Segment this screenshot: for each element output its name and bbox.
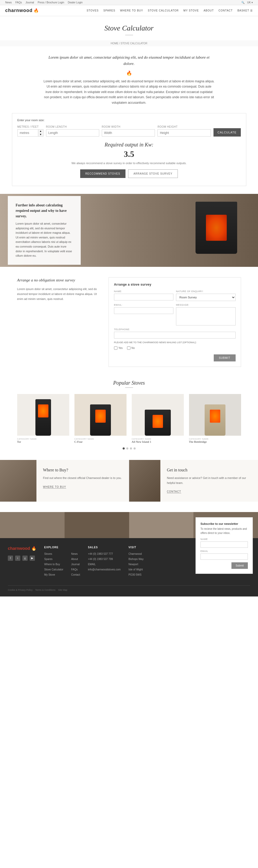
footer-link-where[interactable]: Where to Buy [44,562,63,567]
stove-card-cfour[interactable]: CATEGORY NAME C-Four [74,394,127,443]
height-input[interactable] [158,129,211,136]
yes-option[interactable]: Yes [114,346,123,350]
nav-about[interactable]: ABOUT [203,9,214,12]
footer-link-calculator[interactable]: Stove Calculator [44,567,63,572]
terms-link[interactable]: Terms & Conditions [35,589,56,591]
stove-name-cfour: C-Four [74,440,127,443]
stepper-down[interactable]: ▼ [38,133,43,136]
top-bar: News FAQs Journal Press / Brochure Login… [0,0,258,5]
hero-stove-image [195,202,237,254]
newsletter-submit-button[interactable]: Submit [231,562,248,569]
hero-body: Lorem ipsum dolor sit amet, consectetur … [15,221,73,258]
stove-image-bembridge [189,394,241,436]
dot-3[interactable] [130,447,132,450]
footer-images-section: Subscribe to our newsletter To recieve t… [0,512,258,538]
yes-checkbox[interactable] [114,346,118,350]
stepper-buttons: ▲ ▼ [38,129,43,136]
dot-1[interactable] [123,447,125,450]
footer-link-faqs[interactable]: FAQs [71,567,80,572]
get-in-touch-image [129,460,160,502]
nature-select[interactable]: Room Survey General Technical [176,294,235,301]
stepper-up[interactable]: ▲ [38,129,43,133]
where-to-buy-link[interactable]: WHERE TO BUY [43,486,66,489]
arrange-section: Arrange a no obligation stove survey Lor… [12,277,246,367]
arrange-title: Arrange a no obligation stove survey [17,277,98,283]
nav-my-stove[interactable]: MY STOVE [184,9,199,12]
footer-link-journal[interactable]: Journal [71,562,80,567]
stove-image-island [132,394,184,436]
calculate-button[interactable]: CALCULATE [214,128,241,136]
email-input[interactable] [114,307,173,314]
footer-link-stoves[interactable]: Stoves [44,551,63,557]
sitemap-link[interactable]: Site Map [58,589,67,591]
stove-shape [35,399,51,436]
footer-explore-col: EXPLORE Stoves Spares Where to Buy Stove… [44,546,63,578]
footer-link-spares[interactable]: Spares [44,557,63,562]
nav-stove-calculator[interactable]: STOVE CALCULATOR [148,9,179,12]
topbar-news[interactable]: News [5,1,12,4]
footer-email[interactable]: info@charnwoodstoves.com [88,567,121,572]
stove-fire [210,410,220,423]
dot-2[interactable] [126,447,128,450]
arrange-form: Arrange a stove survey NAME: NATURE OF E… [108,277,241,367]
footer-phone2: +44 (0) 1983 537 799 [88,557,121,562]
stove-shape [145,410,171,436]
footer-link-about[interactable]: About [71,557,80,562]
recommend-stoves-button[interactable]: RECCOMMEND STOVES [80,169,126,178]
hero-fire [206,215,227,241]
footer-link-mystove[interactable]: My Stove [44,572,63,578]
footer-link-news[interactable]: News [71,551,80,557]
width-input[interactable] [102,129,155,136]
metres-stepper[interactable]: ▲ ▼ [18,129,43,136]
address-city: Newport [128,562,143,567]
form-title: Arrange a stove survey [114,283,236,286]
google-icon[interactable]: g [22,556,28,561]
arrange-survey-button[interactable]: ARRANGE STOVE SURVEY [128,169,178,178]
footer-link-contact[interactable]: Contact [71,572,80,578]
topbar-faqs[interactable]: FAQs [15,1,22,4]
locale-selector[interactable]: UK ▾ [247,1,253,4]
no-option[interactable]: No [127,346,135,350]
where-to-buy-image [0,460,36,502]
metres-field: METRES / FEET ▲ ▼ [18,125,43,136]
stove-fire [153,415,163,428]
instagram-icon[interactable]: i [15,556,20,561]
nav-contact[interactable]: CONTACT [219,9,233,12]
submit-button[interactable]: SUBMIT [214,354,236,362]
nav-spares[interactable]: SPARES [103,9,115,12]
stove-card-island[interactable]: CATEGORY NAME All New Island 1 [132,394,184,443]
address-county: Isle of Wight [128,567,143,572]
nav-basket[interactable]: BASKET ☰ [237,9,253,12]
message-field: MESSAGE: [176,304,235,326]
length-input[interactable] [46,129,99,136]
topbar-dealer[interactable]: Dealer Login [68,1,83,4]
main-nav: charnwood 🔥 STOVES SPARES WHERE TO BUY S… [0,5,258,16]
metres-input[interactable] [18,129,38,136]
footer-bottom-links: Cookie & Privacy Policy Terms & Conditio… [8,589,67,591]
stove-card-tor[interactable]: CATEGORY NAME Tor [17,394,69,443]
contact-link[interactable]: CONTACT [167,490,181,493]
facebook-icon[interactable]: f [8,556,13,561]
footer-logo-flame: 🔥 [30,546,36,551]
footer-img-2 [65,512,129,538]
youtube-icon[interactable]: ▶ [30,556,35,561]
nav-stoves[interactable]: STOVES [87,9,99,12]
message-textarea[interactable] [176,307,235,326]
calculator-section: Enter your room size: METRES / FEET ▲ ▼ … [12,113,246,186]
nav-where-to-buy[interactable]: WHERE TO BUY [120,9,143,12]
no-checkbox[interactable] [127,346,130,350]
footer-img-1 [0,512,65,538]
get-in-touch-body: Need assistance or advice? Get in touch … [167,475,252,485]
topbar-journal[interactable]: Journal [26,1,34,4]
stove-card-bembridge[interactable]: CATEGORY NAME The Bembridge [189,394,241,443]
topbar-press[interactable]: Press / Brochure Login [38,1,64,4]
search-icon[interactable]: 🔍 [241,1,245,4]
telephone-input[interactable] [114,332,236,339]
cookie-policy-link[interactable]: Cookie & Privacy Policy [8,589,33,591]
newsletter-email-input[interactable] [200,554,248,560]
name-input[interactable] [114,294,173,301]
dot-4[interactable] [134,447,136,450]
newsletter-email-label: EMAIL [200,550,248,552]
newsletter-name-input[interactable] [200,541,248,548]
logo[interactable]: charnwood 🔥 [5,8,39,13]
